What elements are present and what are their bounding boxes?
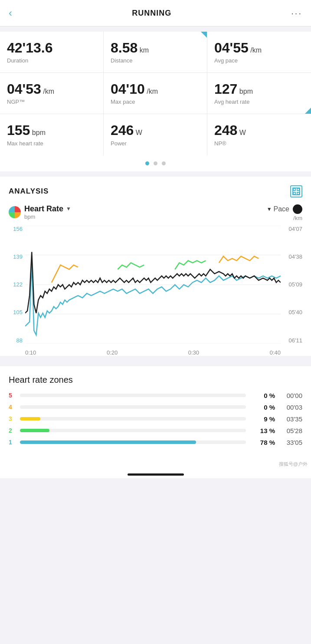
zone-bar-container-2: [20, 429, 246, 432]
x-axis: 0:100:200:300:40: [25, 349, 281, 356]
zone-time-4: 00'03: [278, 404, 302, 411]
stat-label: Max heart rate: [7, 140, 96, 147]
triangle-indicator-bottom: [305, 108, 311, 114]
zone-percent-4: 0 %: [251, 404, 275, 411]
stat-cell-4: 04'10 /kmMax pace: [104, 73, 207, 114]
zone-percent-3: 9 %: [251, 415, 275, 423]
stat-value: 248 W: [214, 123, 304, 138]
zones-title: Heart rate zones: [9, 375, 302, 385]
separator: [0, 171, 311, 177]
stats-section: 42'13.6Duration8.58 kmDistance04'55 /kmA…: [0, 32, 311, 155]
y-right-label-4: 06'11: [289, 337, 302, 344]
dropdown-arrow-icon: ▼: [66, 206, 71, 212]
heart-rate-label-group: Heart Rate ▼ bpm: [24, 204, 71, 220]
page-dot-0[interactable]: [145, 161, 149, 165]
zone-percent-5: 0 %: [251, 392, 275, 399]
header: ‹ RUNNING ···: [0, 0, 311, 26]
pace-control[interactable]: ▼ Pace /km: [267, 204, 302, 221]
stat-label: NP®: [214, 140, 304, 147]
zone-bar-container-4: [20, 405, 246, 409]
chart-container: 15613912210588 04'0704'3805'0905'4006'11: [9, 226, 302, 356]
pace-line-green-1: [118, 263, 144, 269]
zone-row-4: 40 %00'03: [9, 404, 302, 411]
stat-label: Max pace: [111, 99, 200, 105]
stat-value: 04'10 /km: [111, 82, 200, 97]
zone-time-2: 05'28: [278, 427, 302, 434]
stat-label: Avg heart rate: [214, 99, 304, 105]
stat-value: 04'55 /km: [214, 40, 304, 56]
fullscreen-button[interactable]: [290, 185, 302, 197]
stat-label: Avg pace: [214, 57, 304, 64]
y-right-label-0: 04'07: [289, 226, 302, 232]
stat-cell-0: 42'13.6Duration: [0, 32, 104, 73]
svg-rect-1: [297, 188, 299, 191]
zone-number-4: 4: [9, 404, 16, 411]
zones-section: Heart rate zones 50 %00'0040 %00'0339 %0…: [0, 366, 311, 459]
svg-rect-2: [293, 192, 295, 194]
zone-row-1: 178 %33'05: [9, 439, 302, 446]
zones-rows: 50 %00'0040 %00'0339 %03'35213 %05'28178…: [9, 392, 302, 446]
x-label-0: 0:10: [25, 349, 36, 356]
y-left-label-0: 156: [9, 226, 23, 232]
pace-dot: [293, 204, 302, 214]
zone-percent-2: 13 %: [251, 427, 275, 434]
x-label-1: 0:20: [107, 349, 118, 356]
stat-cell-5: 127 bpmAvg heart rate: [207, 73, 311, 114]
pace-line-orange-2: [219, 256, 259, 263]
heart-rate-label: Heart Rate ▼: [24, 204, 71, 214]
zone-time-1: 33'05: [278, 439, 302, 446]
home-bar: [128, 473, 184, 476]
y-right-label-3: 05'40: [289, 309, 302, 315]
page-title: RUNNING: [132, 9, 171, 18]
stat-label: Power: [111, 140, 200, 147]
heart-rate-control[interactable]: Heart Rate ▼ bpm: [9, 204, 71, 220]
back-button[interactable]: ‹: [9, 7, 12, 19]
stat-cell-2: 04'55 /kmAvg pace: [207, 32, 311, 73]
pace-line-blue: [25, 260, 281, 335]
chart-svg: [25, 226, 281, 344]
x-label-3: 0:40: [270, 349, 281, 356]
stat-cell-8: 248 WNP®: [207, 114, 311, 155]
zone-time-3: 03'35: [278, 415, 302, 423]
zone-bar-1: [20, 440, 196, 444]
zone-time-5: 00'00: [278, 392, 302, 399]
pace-line-green-2: [175, 260, 206, 269]
y-left-label-2: 122: [9, 281, 23, 288]
pace-label: ▼ Pace: [267, 205, 289, 213]
zone-row-3: 39 %03'35: [9, 415, 302, 423]
zone-row-5: 50 %00'00: [9, 392, 302, 399]
stat-cell-1: 8.58 kmDistance: [104, 32, 207, 73]
y-axis-right: 04'0704'3805'0905'4006'11: [289, 226, 302, 344]
chart-controls: Heart Rate ▼ bpm ▼ Pace /km: [9, 204, 302, 221]
zone-number-5: 5: [9, 392, 16, 399]
analysis-header: ANALYSIS: [9, 185, 302, 197]
page-dot-1[interactable]: [154, 161, 157, 165]
stat-cell-7: 246 WPower: [104, 114, 207, 155]
zone-row-2: 213 %05'28: [9, 427, 302, 434]
stat-value: 127 bpm: [214, 82, 304, 97]
pace-arrow-icon: ▼: [267, 206, 272, 212]
stat-label: NGP™: [7, 99, 96, 105]
stat-value: 246 W: [111, 123, 200, 138]
stat-cell-3: 04'53 /kmNGP™: [0, 73, 104, 114]
stat-value: 155 bpm: [7, 123, 96, 138]
stat-cell-6: 155 bpmMax heart rate: [0, 114, 104, 155]
more-button[interactable]: ···: [291, 8, 302, 18]
stat-value: 42'13.6: [7, 40, 96, 56]
y-left-label-4: 88: [9, 337, 23, 344]
zone-bar-container-1: [20, 440, 246, 444]
home-indicator: [0, 469, 311, 478]
stat-value: 8.58 km: [111, 40, 200, 56]
zone-bar-3: [20, 417, 40, 421]
pace-unit: /km: [293, 215, 302, 221]
y-right-label-1: 04'38: [289, 253, 302, 260]
heart-rate-icon: [9, 206, 21, 218]
page-dots: [0, 155, 311, 171]
page-dot-2[interactable]: [162, 161, 166, 165]
zone-number-2: 2: [9, 427, 16, 434]
y-right-label-2: 05'09: [289, 281, 302, 288]
zone-number-1: 1: [9, 439, 16, 446]
triangle-indicator-top: [201, 32, 207, 38]
separator-2: [0, 356, 311, 361]
x-label-2: 0:30: [188, 349, 199, 356]
